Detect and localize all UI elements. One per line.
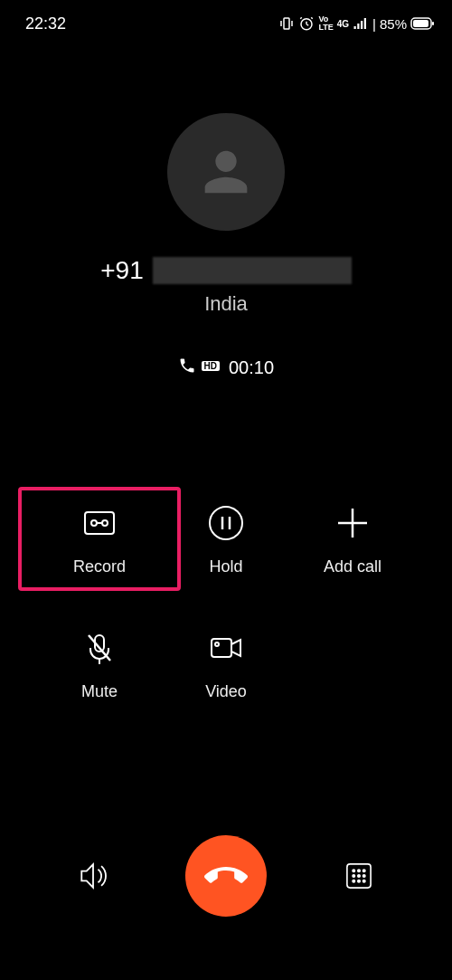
end-call-button[interactable]: [185, 835, 267, 917]
svg-rect-10: [361, 21, 363, 29]
svg-rect-13: [413, 20, 428, 27]
status-time: 22:32: [25, 14, 66, 33]
svg-line-26: [89, 635, 110, 661]
svg-rect-0: [284, 18, 289, 29]
svg-point-32: [353, 870, 354, 871]
end-call-icon: [204, 854, 248, 898]
avatar-container: [0, 113, 452, 231]
alarm-icon: [298, 15, 315, 32]
video-icon: [204, 626, 248, 670]
svg-line-5: [306, 24, 308, 26]
record-icon: [78, 501, 121, 545]
battery-text: 85%: [380, 16, 407, 32]
record-label: Record: [73, 557, 126, 576]
video-button[interactable]: Video: [163, 626, 289, 701]
speaker-button[interactable]: [71, 854, 115, 898]
redacted-number: [153, 257, 352, 284]
svg-rect-11: [364, 18, 366, 29]
vibrate-icon: [278, 15, 295, 32]
svg-point-39: [358, 880, 360, 882]
speaker-icon: [75, 858, 111, 894]
location-label: India: [0, 292, 452, 316]
svg-line-6: [301, 17, 303, 19]
hold-label: Hold: [209, 557, 242, 576]
svg-rect-27: [212, 639, 231, 657]
mute-label: Mute: [81, 682, 118, 701]
svg-point-40: [363, 880, 365, 882]
svg-rect-9: [357, 24, 359, 29]
hd-call-icon: HD: [178, 357, 220, 379]
svg-marker-30: [81, 864, 93, 887]
svg-point-16: [91, 520, 97, 526]
svg-rect-14: [432, 22, 434, 25]
status-bar: 22:32 VoLTE 4G | 85%: [0, 0, 452, 36]
hold-icon: [204, 501, 248, 545]
svg-point-33: [358, 870, 360, 871]
svg-point-19: [210, 507, 242, 539]
record-button[interactable]: Record: [18, 487, 181, 591]
hold-button[interactable]: Hold: [163, 501, 289, 576]
svg-point-35: [353, 875, 354, 877]
svg-point-36: [358, 875, 360, 877]
plus-icon: [331, 501, 374, 545]
duration-text: 00:10: [229, 357, 274, 378]
status-icons: VoLTE 4G | 85%: [278, 15, 434, 32]
country-code: +91: [100, 256, 144, 285]
dialpad-icon: [343, 860, 375, 892]
avatar: [167, 113, 285, 231]
network-icon: 4G: [337, 19, 349, 29]
svg-point-17: [102, 520, 108, 526]
video-label: Video: [205, 682, 247, 701]
add-call-label: Add call: [324, 557, 381, 576]
svg-point-29: [215, 642, 219, 646]
svg-rect-8: [354, 26, 356, 29]
volte-icon: VoLTE: [318, 15, 333, 32]
add-call-button[interactable]: Add call: [289, 501, 416, 576]
bottom-bar: [0, 835, 452, 917]
mute-button[interactable]: Mute: [36, 626, 163, 701]
signal-icon: [353, 15, 369, 32]
svg-point-34: [363, 870, 365, 871]
call-timer: HD 00:10: [0, 357, 452, 379]
separator-icon: |: [372, 16, 376, 32]
svg-marker-28: [231, 640, 240, 656]
svg-line-7: [312, 17, 314, 19]
svg-point-37: [363, 875, 365, 877]
svg-point-38: [353, 880, 354, 882]
phone-number: +91: [0, 256, 452, 285]
person-icon: [194, 140, 258, 204]
dialpad-button[interactable]: [337, 854, 381, 898]
call-actions-grid: Record Hold Add call Mute Video: [0, 501, 452, 701]
battery-icon: [410, 17, 434, 30]
mute-icon: [78, 626, 121, 670]
